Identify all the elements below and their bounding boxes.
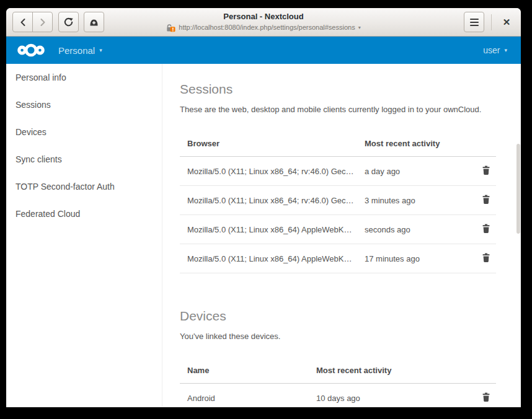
insecure-lock-icon [166, 24, 175, 32]
url-dropdown-icon[interactable]: ▾ [358, 23, 361, 32]
sessions-col-browser: Browser [180, 123, 357, 157]
close-button[interactable]: ✕ [499, 14, 515, 30]
settings-content: Sessions These are the web, desktop and … [162, 64, 521, 407]
session-row: Mozilla/5.0 (X11; Linux x86_64) AppleWeb… [180, 244, 496, 273]
titlebar-title-area: Personal - Nextcloud http://localhost:80… [166, 11, 360, 32]
reload-icon [63, 17, 74, 27]
session-activity: a day ago [357, 157, 469, 186]
sessions-description: These are the web, desktop and mobile cl… [180, 105, 497, 114]
sessions-col-activity: Most recent activity [357, 123, 469, 157]
devices-col-actions [469, 350, 496, 384]
trash-icon [481, 223, 491, 234]
settings-sidebar: Personal info Sessions Devices Sync clie… [6, 64, 162, 407]
sidebar-item-totp[interactable]: TOTP Second-factor Auth [6, 173, 162, 200]
devices-description: You've linked these devices. [180, 332, 497, 341]
screen-background: Personal - Nextcloud http://localhost:80… [0, 0, 532, 419]
devices-title: Devices [180, 309, 497, 324]
app-menu-label: Personal [58, 45, 95, 56]
sessions-section: Sessions These are the web, desktop and … [180, 82, 497, 273]
device-row: Android 10 days ago [180, 384, 496, 407]
session-browser: Mozilla/5.0 (X11; Linux x86_64) AppleWeb… [180, 244, 357, 273]
nextcloud-header: Personal ▾ user ▾ [6, 37, 521, 64]
session-activity: 3 minutes ago [357, 186, 469, 215]
browser-titlebar: Personal - Nextcloud http://localhost:80… [6, 8, 521, 37]
delete-session-button[interactable] [481, 252, 491, 263]
toolbar-right: ✕ [464, 12, 515, 32]
reload-button[interactable] [58, 12, 79, 32]
session-row: Mozilla/5.0 (X11; Linux x86_64) AppleWeb… [180, 215, 496, 244]
trash-icon [481, 165, 491, 175]
delete-session-button[interactable] [481, 165, 491, 175]
hamburger-icon [470, 19, 479, 26]
user-menu-label: user [483, 45, 500, 55]
back-button[interactable] [12, 12, 33, 32]
forward-button[interactable] [32, 12, 53, 32]
history-nav-group [12, 12, 53, 32]
sidebar-item-sync-clients[interactable]: Sync clients [6, 146, 162, 173]
delete-device-button[interactable] [481, 392, 491, 402]
toolbar-left [12, 12, 104, 32]
trash-icon [481, 392, 491, 402]
sidebar-item-federated-cloud[interactable]: Federated Cloud [6, 200, 162, 227]
user-menu-caret-icon: ▾ [504, 47, 507, 53]
menu-button[interactable] [464, 12, 484, 32]
session-browser: Mozilla/5.0 (X11; Linux x86_64) AppleWeb… [180, 215, 357, 244]
delete-session-button[interactable] [481, 194, 491, 205]
device-activity: 10 days ago [309, 384, 469, 407]
app-menu-caret-icon: ▾ [99, 47, 102, 53]
scrollbar-thumb[interactable] [516, 144, 520, 234]
sidebar-item-sessions[interactable]: Sessions [6, 91, 162, 118]
session-row: Mozilla/5.0 (X11; Linux x86_64; rv:46.0)… [180, 186, 496, 215]
settings-page: Personal info Sessions Devices Sync clie… [6, 64, 521, 407]
session-activity: seconds ago [357, 215, 469, 244]
devices-section: Devices You've linked these devices. Nam… [180, 309, 497, 407]
new-tab-button[interactable] [84, 12, 104, 32]
chevron-left-icon [19, 18, 27, 27]
delete-session-button[interactable] [481, 223, 491, 234]
trash-icon [481, 194, 491, 205]
new-tab-icon [89, 17, 99, 27]
sessions-col-actions [469, 123, 496, 157]
titlebar-separator [491, 14, 492, 30]
url-display[interactable]: http://localhost:8080/index.php/settings… [166, 23, 360, 32]
session-browser: Mozilla/5.0 (X11; Linux x86_64; rv:46.0)… [180, 157, 357, 186]
devices-col-name: Name [180, 350, 309, 384]
chevron-right-icon [38, 18, 47, 27]
session-browser: Mozilla/5.0 (X11; Linux x86_64; rv:46.0)… [180, 186, 357, 215]
url-text: http://localhost:8080/index.php/settings… [179, 23, 355, 32]
device-name: Android [180, 384, 309, 407]
window-title: Personal - Nextcloud [166, 11, 360, 22]
nextcloud-header-left: Personal ▾ [17, 41, 102, 60]
app-menu[interactable]: Personal ▾ [58, 45, 102, 56]
sessions-table: Browser Most recent activity Mozilla/5.0… [180, 123, 496, 273]
sessions-title: Sessions [180, 82, 497, 97]
browser-window: Personal - Nextcloud http://localhost:80… [6, 8, 521, 407]
devices-table: Name Most recent activity Android 10 day… [180, 350, 496, 407]
sidebar-item-personal-info[interactable]: Personal info [6, 64, 162, 91]
session-row: Mozilla/5.0 (X11; Linux x86_64; rv:46.0)… [180, 157, 496, 186]
trash-icon [481, 252, 491, 263]
nextcloud-logo-icon[interactable] [17, 41, 45, 60]
sidebar-item-devices[interactable]: Devices [6, 118, 162, 146]
user-menu[interactable]: user ▾ [483, 45, 507, 55]
session-activity: 17 minutes ago [357, 244, 469, 273]
devices-col-activity: Most recent activity [309, 350, 469, 384]
